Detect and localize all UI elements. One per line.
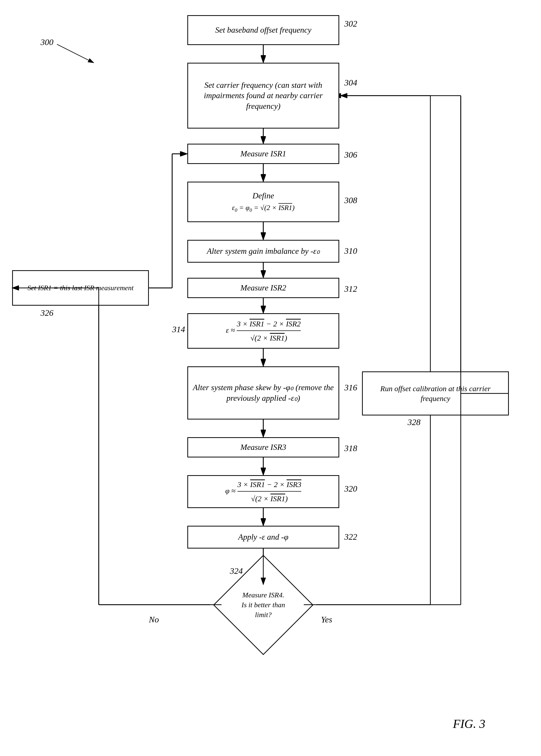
box-306: Measure ISR1 — [187, 144, 339, 164]
diamond-324: Measure ISR4. Is it better than limit? — [176, 566, 351, 643]
box-308-title: Define — [253, 190, 274, 201]
ref-320: 320 — [344, 484, 357, 494]
box-302: Set baseband offset frequency — [187, 15, 339, 45]
box-308: Define ε0 = φ0 = √(2 × ISR1) — [187, 182, 339, 222]
box-322: Apply -ε and -φ — [187, 526, 339, 549]
box-310: Alter system gain imbalance by -ε₀ — [187, 240, 339, 263]
ref-308: 308 — [344, 196, 357, 205]
ref-322: 322 — [344, 532, 357, 542]
flowchart-diagram: Set baseband offset frequency 302 300 Se… — [0, 0, 541, 756]
box-308-formula: ε0 = φ0 = √(2 × ISR1) — [232, 203, 294, 213]
ref-328: 328 — [408, 417, 420, 427]
fig-label: FIG. 3 — [453, 717, 485, 731]
svg-line-26 — [57, 44, 94, 63]
yes-label: Yes — [321, 615, 332, 625]
ref-324: 324 — [230, 566, 243, 576]
ref-302: 302 — [344, 19, 357, 29]
ref-300: 300 — [41, 37, 53, 47]
ref-310: 310 — [344, 246, 357, 256]
ref-312: 312 — [344, 284, 357, 294]
no-label: No — [149, 615, 159, 625]
box-314: ε ≈ 3 × ISR1 − 2 × ISR2 √(2 × ISR1) — [187, 313, 339, 349]
box-312: Measure ISR2 — [187, 278, 339, 298]
ref-306: 306 — [344, 150, 357, 160]
box-320-formula: φ ≈ 3 × ISR1 − 2 × ISR3 √(2 × ISR1) — [225, 478, 301, 505]
box-320: φ ≈ 3 × ISR1 − 2 × ISR3 √(2 × ISR1) — [187, 475, 339, 508]
ref-326: 326 — [41, 308, 53, 318]
ref-314: 314 — [172, 325, 185, 334]
ref-316: 316 — [344, 383, 357, 392]
diamond-324-text: Measure ISR4. Is it better than limit? — [228, 590, 299, 620]
box-318: Measure ISR3 — [187, 437, 339, 457]
box-316: Alter system phase skew by -φ₀ (remove t… — [187, 367, 339, 419]
ref-304: 304 — [344, 78, 357, 88]
box-328: Run offset calibration at this carrier f… — [362, 372, 509, 415]
box-304: Set carrier frequency (can start with im… — [187, 63, 339, 128]
ref-318: 318 — [344, 443, 357, 453]
box-314-formula: ε ≈ 3 × ISR1 − 2 × ISR2 √(2 × ISR1) — [226, 318, 301, 344]
box-326: Set ISR1 = this last ISR measurement — [12, 270, 149, 306]
